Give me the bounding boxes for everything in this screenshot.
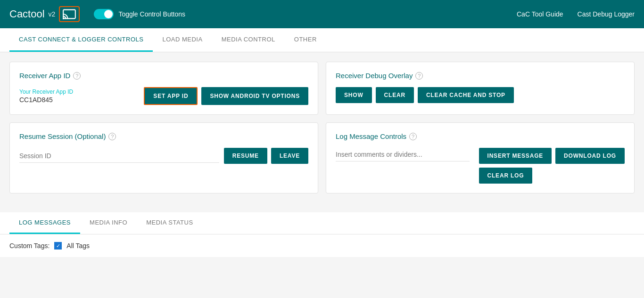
- custom-tags-label: Custom Tags:: [9, 242, 50, 250]
- all-tags-label: All Tags: [66, 242, 90, 250]
- leave-button[interactable]: LEAVE: [271, 148, 308, 164]
- toggle-control-buttons[interactable]: [94, 9, 114, 19]
- tab-cast-connect[interactable]: CAST CONNECT & LOGGER CONTROLS: [9, 28, 153, 52]
- receiver-app-id-buttons: SET APP ID SHOW ANDROID TV OPTIONS: [144, 87, 308, 105]
- clear-overlay-button[interactable]: CLEAR: [376, 87, 414, 103]
- resume-button[interactable]: RESUME: [224, 148, 267, 164]
- receiver-app-id-title: Receiver App ID ?: [19, 72, 308, 80]
- set-app-id-button[interactable]: SET APP ID: [144, 87, 198, 105]
- log-message-controls-title: Log Message Controls ?: [336, 132, 625, 140]
- tab-load-media[interactable]: LOAD MEDIA: [153, 28, 212, 52]
- resume-session-title: Resume Session (Optional) ?: [19, 132, 308, 140]
- app-header: Cactool v2 Toggle Control Buttons CaC To…: [0, 0, 644, 28]
- receiver-app-id-help-icon[interactable]: ?: [73, 72, 81, 80]
- cast-icon-box[interactable]: [59, 6, 80, 22]
- custom-tags-area: Custom Tags: All Tags: [0, 234, 644, 257]
- log-message-controls-body: INSERT MESSAGE DOWNLOAD LOG CLEAR LOG: [336, 148, 625, 184]
- toggle-area: Toggle Control Buttons: [94, 9, 185, 19]
- receiver-app-id-value: CC1AD845: [19, 96, 139, 104]
- tab-media-status[interactable]: MEDIA STATUS: [137, 212, 202, 234]
- main-content: Receiver App ID ? Your Receiver App ID C…: [0, 52, 644, 210]
- insert-message-button[interactable]: INSERT MESSAGE: [479, 148, 552, 164]
- receiver-debug-overlay-body: SHOW CLEAR CLEAR CACHE AND STOP: [336, 87, 625, 103]
- resume-session-buttons: RESUME LEAVE: [224, 148, 308, 164]
- receiver-app-id-input-label: Your Receiver App ID: [19, 89, 139, 95]
- clear-cache-and-stop-button[interactable]: CLEAR CACHE AND STOP: [418, 87, 514, 103]
- cast-debug-logger-link[interactable]: Cast Debug Logger: [578, 10, 635, 18]
- all-tags-checkbox[interactable]: [54, 242, 62, 250]
- log-comment-input[interactable]: [336, 148, 470, 161]
- app-title: Cactool: [9, 8, 45, 20]
- svg-point-1: [63, 18, 64, 19]
- resume-session-body: RESUME LEAVE: [19, 148, 308, 164]
- cards-row-1: Receiver App ID ? Your Receiver App ID C…: [9, 62, 635, 115]
- log-message-controls-help-icon[interactable]: ?: [409, 133, 417, 140]
- top-tabs-bar: CAST CONNECT & LOGGER CONTROLS LOAD MEDI…: [0, 28, 644, 52]
- logo-area: Cactool v2: [9, 6, 80, 22]
- tab-media-info[interactable]: MEDIA INFO: [80, 212, 137, 234]
- download-log-button[interactable]: DOWNLOAD LOG: [555, 148, 625, 164]
- session-id-input[interactable]: [19, 149, 219, 163]
- header-nav: CaC Tool Guide Cast Debug Logger: [517, 10, 635, 18]
- receiver-debug-overlay-title: Receiver Debug Overlay ?: [336, 72, 625, 80]
- receiver-debug-overlay-buttons: SHOW CLEAR CLEAR CACHE AND STOP: [336, 87, 514, 103]
- tab-other[interactable]: OTHER: [285, 28, 326, 52]
- resume-session-help-icon[interactable]: ?: [108, 133, 116, 140]
- log-message-controls-card: Log Message Controls ? INSERT MESSAGE DO…: [326, 122, 635, 193]
- show-android-tv-options-button[interactable]: SHOW ANDROID TV OPTIONS: [201, 87, 308, 105]
- tab-log-messages[interactable]: LOG MESSAGES: [9, 212, 80, 234]
- receiver-debug-overlay-help-icon[interactable]: ?: [415, 72, 423, 80]
- resume-session-card: Resume Session (Optional) ? RESUME LEAVE: [9, 122, 318, 193]
- log-top-buttons: INSERT MESSAGE DOWNLOAD LOG: [479, 148, 625, 164]
- app-version: v2: [49, 10, 56, 18]
- tab-media-control[interactable]: MEDIA CONTROL: [212, 28, 285, 52]
- receiver-app-id-card: Receiver App ID ? Your Receiver App ID C…: [9, 62, 318, 115]
- cards-row-2: Resume Session (Optional) ? RESUME LEAVE…: [9, 122, 635, 193]
- cast-icon: [63, 9, 76, 19]
- receiver-debug-overlay-card: Receiver Debug Overlay ? SHOW CLEAR CLEA…: [326, 62, 635, 115]
- toggle-label: Toggle Control Buttons: [118, 10, 185, 18]
- clear-log-button[interactable]: CLEAR LOG: [479, 168, 533, 184]
- receiver-app-id-body: Your Receiver App ID CC1AD845 SET APP ID…: [19, 87, 308, 105]
- show-overlay-button[interactable]: SHOW: [336, 87, 372, 103]
- session-id-input-group: [19, 149, 219, 163]
- cac-tool-guide-link[interactable]: CaC Tool Guide: [517, 10, 563, 18]
- log-bottom-buttons: CLEAR LOG: [479, 168, 625, 184]
- receiver-app-id-input-group: Your Receiver App ID CC1AD845: [19, 89, 139, 104]
- bottom-tabs-bar: LOG MESSAGES MEDIA INFO MEDIA STATUS: [0, 212, 644, 234]
